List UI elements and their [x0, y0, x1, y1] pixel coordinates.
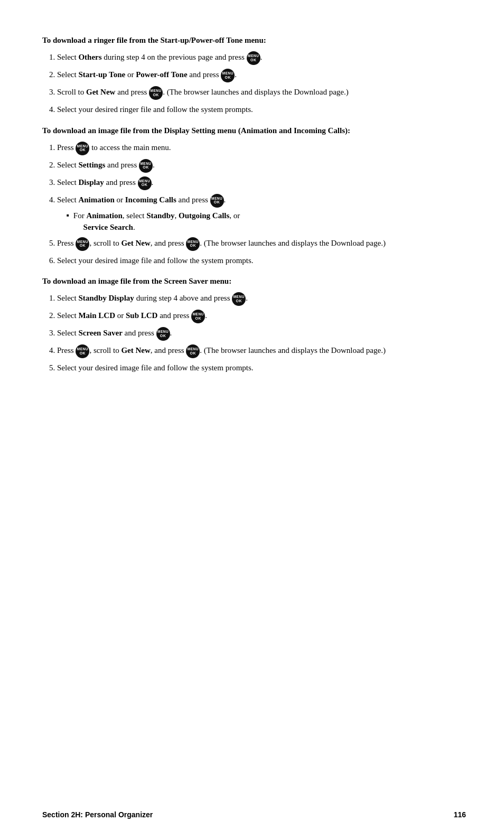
list-item: Press MENUOK, scroll to Get New, and pre…: [57, 237, 466, 251]
list-item: Select Display and press MENUOK.: [57, 176, 466, 190]
list-item: Select Settings and press MENUOK.: [57, 159, 466, 173]
list-item: Press MENUOK, scroll to Get New, and pre…: [57, 344, 466, 358]
list-item: Select your desired image file and follo…: [57, 255, 466, 267]
menu-ok-button-icon: MENUOK: [247, 51, 260, 65]
list-item: Select Others during step 4 on the previ…: [57, 51, 466, 65]
section3-heading: To download an image file from the Scree…: [42, 276, 466, 287]
section1-steps: Select Others during step 4 on the previ…: [57, 51, 466, 116]
bold-text: Sub LCD: [126, 311, 157, 320]
menu-ok-button-icon: MENUOK: [156, 327, 170, 341]
bold-text: Get New: [121, 239, 150, 247]
menu-ok-button-icon: MENUOK: [139, 159, 153, 173]
section3-steps: Select Standby Display during step 4 abo…: [57, 292, 466, 374]
menu-ok-button-icon: MENUOK: [76, 142, 89, 155]
bold-text: Settings: [78, 161, 105, 169]
bold-text: Power-off Tone: [136, 70, 187, 79]
section1-heading: To download a ringer file from the Start…: [42, 35, 466, 46]
list-item: Select Standby Display during step 4 abo…: [57, 292, 466, 306]
footer-right: 116: [454, 810, 466, 819]
menu-ok-button-icon: MENUOK: [191, 310, 205, 323]
menu-ok-button-icon: MENUOK: [149, 86, 163, 100]
bold-text: Others: [78, 53, 101, 61]
bold-text: Outgoing Calls: [179, 211, 229, 220]
section2-heading: To download an image file from the Displ…: [42, 125, 466, 136]
bold-text: Get New: [121, 346, 150, 354]
bold-text: Standby Display: [78, 294, 134, 302]
bold-text: Get New: [86, 88, 115, 96]
menu-ok-button-icon: MENUOK: [232, 292, 246, 306]
bold-text: Screen Saver: [78, 329, 122, 337]
menu-ok-button-icon: MENUOK: [76, 237, 89, 251]
bold-text: Animation: [86, 211, 122, 220]
menu-ok-button-icon: MENUOK: [138, 176, 152, 190]
list-item: Press MENUOK to access the main menu.: [57, 142, 466, 155]
section2-steps: Press MENUOK to access the main menu. Se…: [57, 142, 466, 267]
bold-text: Incoming Calls: [125, 195, 176, 204]
bold-text: Display: [78, 178, 104, 186]
menu-ok-button-icon: MENUOK: [186, 237, 200, 251]
sub-list: For Animation, select Standby, Outgoing …: [67, 210, 466, 234]
list-item: Select Screen Saver and press MENUOK.: [57, 327, 466, 341]
page-footer: Section 2H: Personal Organizer 116: [0, 810, 504, 819]
footer-left: Section 2H: Personal Organizer: [42, 810, 153, 819]
list-item: Select Start-up Tone or Power-off Tone a…: [57, 69, 466, 82]
menu-ok-button-icon: MENUOK: [76, 344, 89, 358]
page-content: To download a ringer file from the Start…: [0, 0, 504, 421]
bold-text: Standby: [146, 211, 174, 220]
list-item: Select Main LCD or Sub LCD and press MEN…: [57, 310, 466, 323]
bold-text: Main LCD: [78, 311, 115, 320]
list-item: For Animation, select Standby, Outgoing …: [67, 210, 466, 234]
menu-ok-button-icon: MENUOK: [221, 69, 235, 82]
menu-ok-button-icon: MENUOK: [210, 194, 224, 208]
list-item: Scroll to Get New and press MENUOK. (The…: [57, 86, 466, 100]
list-item: Select your desired ringer file and foll…: [57, 104, 466, 116]
bold-text: Start-up Tone: [78, 70, 125, 79]
bold-text: Service Search: [83, 223, 133, 231]
list-item: Select Animation or Incoming Calls and p…: [57, 194, 466, 234]
bold-text: Animation: [78, 195, 114, 204]
list-item: Select your desired image file and follo…: [57, 362, 466, 374]
menu-ok-button-icon: MENUOK: [186, 344, 200, 358]
